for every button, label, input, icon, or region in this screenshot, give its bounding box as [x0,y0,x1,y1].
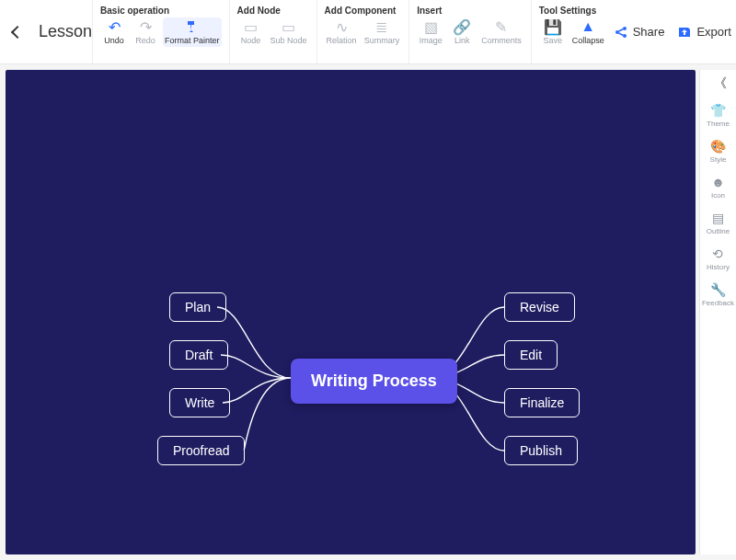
group-add-node: Add Node ▭ Node ▭ Sub Node [229,0,316,63]
group-label: Add Component [325,6,402,16]
format-painter-button[interactable]: Format Painter [163,17,222,47]
share-button[interactable]: Share [614,25,665,40]
group-basic-operation: Basic operation ↶ Undo ↷ Redo Format Pai… [92,0,229,63]
sub-node-button[interactable]: ▭ Sub Node [269,17,309,47]
node-button[interactable]: ▭ Node [237,17,265,47]
sidebar-history[interactable]: ⟲ History [707,246,730,271]
undo-button[interactable]: ↶ Undo [100,17,128,47]
collapse-sidebar-icon[interactable]: 《 [714,75,723,92]
relation-button[interactable]: ∿ Relation [325,17,359,47]
svg-point-1 [623,27,627,30]
back-area: Lesson [0,0,92,63]
summary-button[interactable]: ≣ Summary [362,17,402,47]
image-icon: ▧ [423,19,438,34]
sidebar-theme[interactable]: 👕 Theme [707,103,730,128]
undo-icon: ↶ [107,19,121,34]
export-button[interactable]: Export [677,25,731,40]
share-label: Share [633,25,665,39]
save-button[interactable]: 💾 Save [539,17,567,47]
back-icon[interactable] [11,25,24,38]
node-right-1[interactable]: Edit [504,340,558,370]
history-icon: ⟲ [712,246,723,261]
group-insert: Insert ▧ Image 🔗 Link ✎ Comments [408,0,531,63]
image-button[interactable]: ▧ Image [417,17,444,47]
node-right-3[interactable]: Publish [504,436,578,465]
document-title[interactable]: Lesson [39,22,92,41]
connector-lines [6,70,696,554]
style-icon: 🎨 [710,139,726,154]
top-toolbar: Lesson Basic operation ↶ Undo ↷ Redo For… [0,0,736,64]
format-painter-icon [185,19,200,34]
group-label: Insert [417,6,523,16]
export-label: Export [696,25,731,39]
node-left-0[interactable]: Plan [169,292,226,322]
save-icon: 💾 [546,19,560,34]
link-button[interactable]: 🔗 Link [448,17,476,47]
group-label: Basic operation [100,6,222,16]
sidebar-feedback[interactable]: 🔧 Feedback [702,282,734,307]
group-add-component: Add Component ∿ Relation ≣ Summary [316,0,409,63]
node-left-2[interactable]: Write [169,388,230,417]
redo-icon: ↷ [138,19,153,34]
collapse-icon: ▲ [581,19,595,34]
redo-button[interactable]: ↷ Redo [132,17,159,47]
node-left-1[interactable]: Draft [169,340,228,370]
summary-icon: ≣ [374,19,389,34]
svg-point-2 [623,34,627,38]
share-icon [614,25,628,40]
export-icon [677,25,692,40]
relation-icon: ∿ [334,19,349,34]
collapse-button[interactable]: ▲ Collapse [570,17,606,47]
sidebar-icon[interactable]: ☻ Icon [711,175,725,200]
node-right-0[interactable]: Revise [504,292,575,322]
group-label: Add Node [237,6,309,16]
link-icon: 🔗 [454,19,469,34]
toolbar-right-actions: Share Export [614,0,736,63]
group-tool-settings: Tool Settings 💾 Save ▲ Collapse [531,0,614,63]
node-right-2[interactable]: Finalize [504,388,580,417]
center-node[interactable]: Writing Process [291,359,457,404]
mindmap-canvas[interactable]: Writing Process Plan Draft Write Proofre… [6,70,696,554]
group-label: Tool Settings [539,6,606,16]
sidebar-outline[interactable]: ▤ Outline [707,211,730,235]
sidebar-style[interactable]: 🎨 Style [710,139,727,164]
feedback-icon: 🔧 [710,282,726,297]
node-left-3[interactable]: Proofread [157,436,245,465]
sub-node-icon: ▭ [282,19,296,34]
comments-icon: ✎ [494,19,509,34]
comments-button[interactable]: ✎ Comments [479,17,523,47]
node-icon: ▭ [244,19,259,34]
theme-icon: 👕 [710,103,726,118]
toolbar-groups: Basic operation ↶ Undo ↷ Redo Format Pai… [92,0,614,63]
right-sidebar: 《 👕 Theme 🎨 Style ☻ Icon ▤ Outline ⟲ His… [699,70,736,554]
icon-icon: ☻ [711,175,725,189]
outline-icon: ▤ [712,211,724,225]
